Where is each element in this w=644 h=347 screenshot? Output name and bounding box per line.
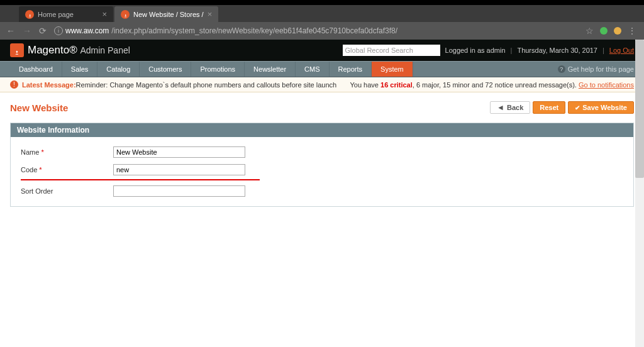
nav-catalog[interactable]: Catalog — [97, 62, 140, 77]
browser-tab-home[interactable]: ⍚ Home page × — [19, 6, 113, 22]
browser-tabs: ⍚ Home page × ⍚ New Website / Stores / × — [0, 5, 644, 22]
info-icon: i — [54, 26, 63, 35]
back-arrow-icon: ◄ — [497, 103, 504, 112]
close-icon[interactable]: × — [208, 9, 213, 19]
help-icon: ? — [558, 65, 565, 73]
logout-link[interactable]: Log Out — [609, 47, 634, 54]
tab-favicon: ⍚ — [121, 10, 130, 19]
help-text: Get help for this page — [568, 65, 634, 73]
brand-sub: Admin Panel — [80, 45, 130, 55]
browser-menu-icon[interactable]: ⋮ — [628, 26, 636, 36]
code-input[interactable] — [113, 164, 245, 175]
field-sort-order: Sort Order — [16, 182, 628, 200]
nav-forward-icon[interactable]: → — [23, 26, 31, 36]
vertical-scrollbar[interactable] — [635, 40, 644, 347]
nav-promotions[interactable]: Promotions — [191, 62, 245, 77]
message-summary: You have 16 critical, 6 major, 15 minor … — [350, 81, 635, 89]
name-input[interactable] — [113, 146, 245, 158]
reset-button[interactable]: Reset — [533, 101, 565, 114]
bookmark-icon[interactable]: ☆ — [586, 26, 594, 36]
brand-main: Magento — [28, 44, 69, 56]
header-date: Thursday, March 30, 2017 — [517, 47, 597, 54]
section-title: Website Information — [11, 123, 633, 137]
main-nav: Dashboard Sales Catalog Customers Promot… — [0, 61, 644, 77]
form-section: Website Information Name * Code * — [10, 123, 634, 207]
address-bar[interactable]: i www.aw.com/index.php/admin/system_stor… — [54, 26, 577, 35]
browser-tab-active[interactable]: ⍚ New Website / Stores / × — [114, 6, 218, 22]
close-icon[interactable]: × — [102, 9, 107, 19]
nav-reload-icon[interactable]: ⟳ — [39, 26, 47, 36]
sort-order-input[interactable] — [113, 185, 245, 197]
nav-cms[interactable]: CMS — [296, 62, 329, 77]
extension-icon[interactable] — [600, 27, 608, 35]
back-button[interactable]: ◄ Back — [490, 101, 530, 114]
nav-back-icon[interactable]: ← — [6, 26, 15, 36]
nav-system[interactable]: System — [372, 62, 413, 77]
notifications-link[interactable]: Go to notifications — [579, 81, 634, 89]
tab-title: New Website / Stores / — [133, 11, 204, 18]
critical-count: 16 critical — [380, 81, 413, 89]
help-link[interactable]: ? Get help for this page — [548, 62, 644, 77]
message-bar: ! Latest Message: Reminder: Change Magen… — [0, 77, 644, 92]
logo-icon: ⍚ — [10, 43, 24, 57]
label-sort: Sort Order — [21, 187, 53, 195]
page-title: New Website — [10, 102, 68, 113]
label-code: Code — [21, 166, 37, 174]
field-code: Code * — [16, 161, 628, 179]
save-button[interactable]: ✔ Save Website — [568, 101, 634, 114]
scrollbar-thumb[interactable] — [635, 40, 644, 178]
app-header: ⍚ Magento® Admin Panel Global Record Sea… — [0, 40, 644, 61]
extension-icon[interactable] — [614, 27, 621, 35]
warning-icon: ! — [10, 80, 18, 89]
browser-toolbar: ← → ⟳ i www.aw.com/index.php/admin/syste… — [0, 22, 644, 40]
check-icon: ✔ — [575, 104, 580, 111]
label-name: Name — [21, 148, 39, 156]
nav-customers[interactable]: Customers — [140, 62, 191, 77]
latest-label: Latest Message: — [22, 81, 76, 89]
nav-dashboard[interactable]: Dashboard — [10, 62, 62, 77]
nav-newsletter[interactable]: Newsletter — [245, 62, 296, 77]
tab-favicon: ⍚ — [25, 10, 34, 19]
highlight-underline — [21, 179, 260, 180]
content-area: New Website ◄ Back Reset ✔ Save Website … — [0, 92, 644, 216]
logo[interactable]: ⍚ Magento® Admin Panel — [10, 43, 130, 57]
global-search-input[interactable]: Global Record Search — [343, 45, 440, 56]
latest-text: Reminder: Change Magento`s default phone… — [76, 81, 337, 89]
tab-title: Home page — [38, 11, 74, 18]
url-domain: www.aw.com — [65, 26, 109, 35]
nav-reports[interactable]: Reports — [330, 62, 372, 77]
url-path: /index.php/admin/system_store/newWebsite… — [111, 26, 397, 35]
search-placeholder: Global Record Search — [345, 47, 413, 54]
logged-in-text: Logged in as admin — [445, 47, 506, 54]
nav-sales[interactable]: Sales — [62, 62, 98, 77]
field-name: Name * — [16, 143, 628, 161]
